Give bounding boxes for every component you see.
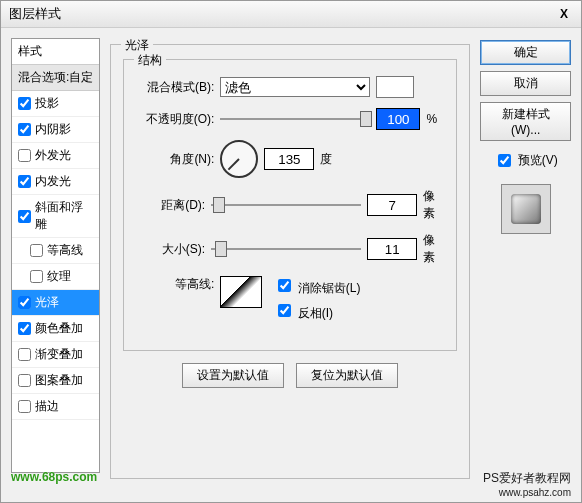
watermark-right: PS爱好者教程网 www.psahz.com (483, 470, 571, 498)
sidebar-header[interactable]: 样式 (12, 39, 99, 65)
sidebar-item-label: 斜面和浮雕 (35, 199, 93, 233)
preview-label: 预览(V) (518, 152, 558, 169)
distance-label: 距离(D): (136, 197, 205, 214)
sidebar-item-label: 内发光 (35, 173, 71, 190)
opacity-label: 不透明度(O): (136, 111, 214, 128)
new-style-button[interactable]: 新建样式(W)... (480, 102, 571, 141)
sidebar-item-checkbox[interactable] (18, 97, 31, 110)
blend-mode-select[interactable]: 滤色 (220, 77, 370, 97)
sidebar-item-label: 光泽 (35, 294, 59, 311)
sidebar-item-label: 投影 (35, 95, 59, 112)
sidebar-item-label: 外发光 (35, 147, 71, 164)
preview-inner (511, 194, 541, 224)
invert-check[interactable]: 反相(I) (274, 301, 360, 322)
structure-group: 结构 混合模式(B): 滤色 不透明度(O): (123, 59, 457, 351)
sidebar-item[interactable]: 渐变叠加 (12, 342, 99, 368)
preview-thumbnail (501, 184, 551, 234)
sidebar-item-checkbox[interactable] (18, 348, 31, 361)
sidebar-item[interactable]: 外发光 (12, 143, 99, 169)
contour-picker[interactable] (220, 276, 262, 308)
group-title: 结构 (134, 52, 166, 69)
row-angle: 角度(N): 度 (136, 140, 444, 178)
px-label-2: 像素 (423, 232, 444, 266)
blend-label: 混合模式(B): (136, 79, 214, 96)
invert-checkbox[interactable] (278, 304, 291, 317)
sidebar-item-checkbox[interactable] (18, 296, 31, 309)
sidebar-item[interactable]: 光泽 (12, 290, 99, 316)
px-label-1: 像素 (423, 188, 444, 222)
opacity-slider[interactable] (220, 118, 370, 120)
watermark-right2: www.psahz.com (483, 487, 571, 498)
sidebar-item[interactable]: 描边 (12, 394, 99, 420)
row-distance: 距离(D): 像素 (136, 188, 444, 222)
dialog-body: 样式 混合选项:自定 投影内阴影外发光内发光斜面和浮雕等高线纹理光泽颜色叠加渐变… (1, 28, 581, 473)
opacity-thumb[interactable] (360, 111, 372, 127)
sidebar-item[interactable]: 纹理 (12, 264, 99, 290)
layer-style-dialog: 图层样式 X 样式 混合选项:自定 投影内阴影外发光内发光斜面和浮雕等高线纹理光… (0, 0, 582, 503)
close-icon[interactable]: X (555, 5, 573, 23)
sidebar-item-checkbox[interactable] (18, 322, 31, 335)
anti-alias-check[interactable]: 消除锯齿(L) (274, 276, 360, 297)
row-size: 大小(S): 像素 (136, 232, 444, 266)
sidebar-item[interactable]: 投影 (12, 91, 99, 117)
sidebar-item-label: 内阴影 (35, 121, 71, 138)
percent-label: % (426, 112, 437, 126)
preview-checkbox[interactable] (498, 154, 511, 167)
default-buttons: 设置为默认值 复位为默认值 (123, 363, 457, 388)
color-swatch[interactable] (376, 76, 414, 98)
styles-sidebar: 样式 混合选项:自定 投影内阴影外发光内发光斜面和浮雕等高线纹理光泽颜色叠加渐变… (11, 38, 100, 473)
sidebar-item[interactable]: 斜面和浮雕 (12, 195, 99, 238)
anti-alias-label: 消除锯齿(L) (298, 281, 361, 295)
sidebar-item-checkbox[interactable] (18, 123, 31, 136)
right-column: 确定 取消 新建样式(W)... 预览(V) (480, 38, 571, 473)
opacity-input[interactable] (376, 108, 420, 130)
size-thumb[interactable] (215, 241, 227, 257)
sidebar-item[interactable]: 颜色叠加 (12, 316, 99, 342)
sidebar-item-label: 纹理 (47, 268, 71, 285)
preview-toggle[interactable]: 预览(V) (494, 151, 558, 170)
distance-slider[interactable] (211, 204, 361, 206)
dialog-title: 图层样式 (9, 5, 61, 23)
sidebar-item-checkbox[interactable] (18, 210, 31, 223)
sidebar-item-checkbox[interactable] (18, 175, 31, 188)
sidebar-item-label: 图案叠加 (35, 372, 83, 389)
row-contour: 等高线: 消除锯齿(L) 反相(I) (136, 276, 444, 322)
row-blend: 混合模式(B): 滤色 (136, 76, 444, 98)
sidebar-item[interactable]: 内发光 (12, 169, 99, 195)
size-input[interactable] (367, 238, 417, 260)
sidebar-item-checkbox[interactable] (18, 374, 31, 387)
sidebar-item[interactable]: 图案叠加 (12, 368, 99, 394)
watermark-left: www.68ps.com (11, 470, 97, 498)
cancel-button[interactable]: 取消 (480, 71, 571, 96)
reset-default-button[interactable]: 复位为默认值 (296, 363, 398, 388)
center-panel: 光泽 结构 混合模式(B): 滤色 不透明度(O): (110, 38, 470, 473)
sidebar-item-label: 颜色叠加 (35, 320, 83, 337)
sidebar-blend-options[interactable]: 混合选项:自定 (12, 65, 99, 91)
angle-dial[interactable] (220, 140, 258, 178)
sidebar-item-label: 描边 (35, 398, 59, 415)
row-opacity: 不透明度(O): % (136, 108, 444, 130)
anti-alias-checkbox[interactable] (278, 279, 291, 292)
size-label: 大小(S): (136, 241, 205, 258)
watermark-right1: PS爱好者教程网 (483, 471, 571, 485)
sidebar-item-checkbox[interactable] (30, 244, 43, 257)
distance-input[interactable] (367, 194, 417, 216)
size-slider[interactable] (211, 248, 361, 250)
sidebar-item[interactable]: 等高线 (12, 238, 99, 264)
sidebar-item-checkbox[interactable] (30, 270, 43, 283)
sidebar-item-label: 渐变叠加 (35, 346, 83, 363)
contour-label: 等高线: (136, 276, 214, 293)
sidebar-item-checkbox[interactable] (18, 149, 31, 162)
titlebar: 图层样式 X (1, 1, 581, 28)
footer: www.68ps.com PS爱好者教程网 www.psahz.com (1, 470, 581, 498)
make-default-button[interactable]: 设置为默认值 (182, 363, 284, 388)
angle-unit: 度 (320, 151, 332, 168)
distance-thumb[interactable] (213, 197, 225, 213)
sidebar-item-label: 等高线 (47, 242, 83, 259)
satin-panel: 光泽 结构 混合模式(B): 滤色 不透明度(O): (110, 44, 470, 479)
sidebar-item[interactable]: 内阴影 (12, 117, 99, 143)
sidebar-item-checkbox[interactable] (18, 400, 31, 413)
angle-label: 角度(N): (136, 151, 214, 168)
angle-input[interactable] (264, 148, 314, 170)
ok-button[interactable]: 确定 (480, 40, 571, 65)
